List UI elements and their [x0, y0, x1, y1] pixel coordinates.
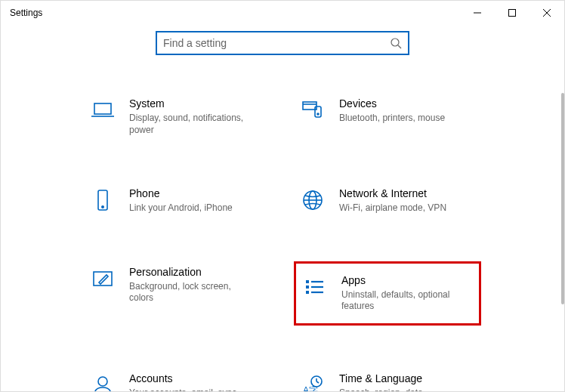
category-text: Time & Language Speech, region, date — [339, 372, 423, 392]
category-text: Phone Link your Android, iPhone — [129, 187, 233, 215]
laptop-icon — [90, 97, 116, 123]
category-devices[interactable]: Devices Bluetooth, printers, mouse — [294, 93, 481, 140]
titlebar: Settings — [1, 1, 564, 25]
svg-point-11 — [317, 113, 319, 115]
category-phone[interactable]: Phone Link your Android, iPhone — [84, 183, 271, 219]
category-title: Accounts — [129, 372, 250, 384]
category-title: Devices — [339, 97, 445, 110]
category-desc: Wi-Fi, airplane mode, VPN — [339, 202, 446, 215]
category-title: Time & Language — [339, 372, 423, 384]
category-text: Devices Bluetooth, printers, mouse — [339, 97, 445, 125]
search-wrap — [16, 31, 549, 55]
category-personalization[interactable]: Personalization Background, lock screen,… — [84, 261, 271, 326]
category-accounts[interactable]: Accounts Your accounts, email, sync, wor… — [84, 368, 271, 392]
category-desc: Link your Android, iPhone — [129, 202, 233, 215]
close-button[interactable] — [529, 1, 564, 25]
search-input[interactable] — [163, 37, 390, 49]
category-desc: Display, sound, notifications, power — [129, 113, 250, 136]
svg-point-13 — [102, 206, 103, 208]
window-title: Settings — [10, 8, 42, 18]
devices-icon — [300, 97, 326, 123]
category-text: Accounts Your accounts, email, sync, wor… — [129, 372, 250, 392]
globe-icon — [300, 187, 326, 213]
category-apps[interactable]: Apps Uninstall, defaults, optional featu… — [294, 261, 481, 326]
category-desc: Speech, region, date — [339, 387, 423, 392]
category-time-language[interactable]: A字 Time & Language Speech, region, date — [294, 368, 481, 392]
category-desc: Background, lock screen, colors — [129, 281, 250, 304]
svg-line-27 — [316, 381, 319, 383]
category-title: System — [129, 97, 250, 110]
phone-icon — [90, 187, 116, 213]
search-box[interactable] — [156, 31, 409, 55]
svg-rect-6 — [94, 103, 111, 114]
maximize-button[interactable] — [495, 1, 529, 25]
category-desc: Uninstall, defaults, optional features — [341, 289, 462, 313]
scrollbar[interactable] — [560, 25, 564, 391]
category-text: Apps Uninstall, defaults, optional featu… — [341, 274, 462, 313]
person-icon — [90, 372, 116, 392]
time-language-icon: A字 — [300, 372, 326, 392]
svg-rect-18 — [306, 280, 309, 283]
category-text: Personalization Background, lock screen,… — [129, 266, 250, 304]
category-desc: Your accounts, email, sync, work, other … — [129, 387, 250, 392]
svg-rect-22 — [306, 291, 309, 294]
categories-grid: System Display, sound, notifications, po… — [16, 93, 549, 392]
svg-point-24 — [98, 377, 107, 386]
svg-rect-1 — [509, 10, 516, 17]
category-network[interactable]: Network & Internet Wi-Fi, airplane mode,… — [294, 183, 481, 219]
list-icon — [302, 274, 328, 300]
category-title: Personalization — [129, 266, 250, 278]
category-title: Network & Internet — [339, 187, 446, 199]
category-title: Phone — [129, 187, 233, 199]
window-controls — [460, 1, 564, 25]
category-desc: Bluetooth, printers, mouse — [339, 113, 445, 125]
scrollbar-thumb[interactable] — [561, 93, 564, 304]
content-area: System Display, sound, notifications, po… — [1, 25, 564, 392]
category-system[interactable]: System Display, sound, notifications, po… — [84, 93, 271, 140]
category-text: System Display, sound, notifications, po… — [129, 97, 250, 136]
svg-text:A字: A字 — [303, 385, 318, 392]
paint-icon — [90, 266, 116, 292]
category-text: Network & Internet Wi-Fi, airplane mode,… — [339, 187, 446, 215]
search-icon — [390, 37, 402, 49]
category-title: Apps — [341, 274, 462, 286]
svg-rect-20 — [306, 286, 309, 289]
minimize-button[interactable] — [460, 1, 495, 25]
svg-line-5 — [398, 45, 401, 48]
svg-point-4 — [391, 39, 399, 46]
